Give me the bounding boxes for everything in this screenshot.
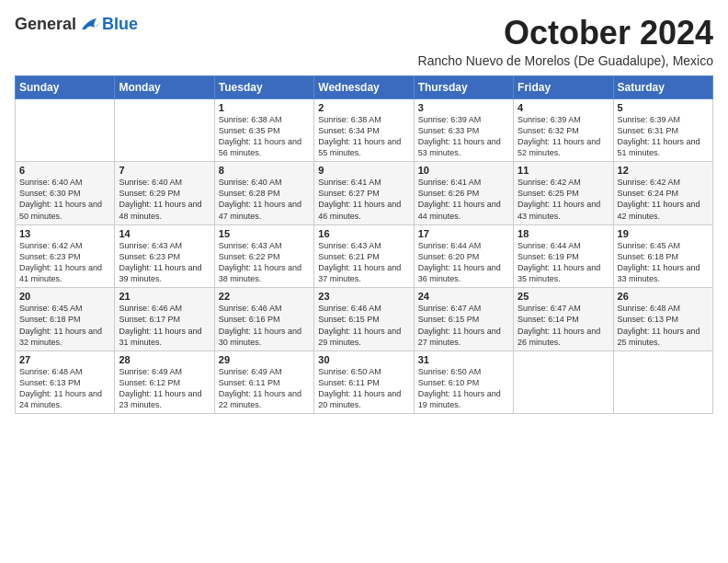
calendar-table: SundayMondayTuesdayWednesdayThursdayFrid… [15,75,713,415]
day-info: Sunrise: 6:40 AM Sunset: 6:28 PM Dayligh… [219,177,310,222]
calendar-cell: 21Sunrise: 6:46 AM Sunset: 6:17 PM Dayli… [115,288,214,351]
calendar-header-row: SundayMondayTuesdayWednesdayThursdayFrid… [16,75,713,98]
logo-bird-icon [80,17,100,33]
day-info: Sunrise: 6:40 AM Sunset: 6:29 PM Dayligh… [119,177,210,222]
week-row-5: 27Sunrise: 6:48 AM Sunset: 6:13 PM Dayli… [16,350,713,414]
calendar-cell [115,98,214,162]
day-number: 16 [318,228,409,239]
day-number: 31 [418,354,509,365]
calendar-cell: 25Sunrise: 6:47 AM Sunset: 6:14 PM Dayli… [514,288,613,351]
day-header-wednesday: Wednesday [314,75,414,98]
calendar-cell: 13Sunrise: 6:42 AM Sunset: 6:23 PM Dayli… [16,224,115,288]
week-row-1: 1Sunrise: 6:38 AM Sunset: 6:35 PM Daylig… [16,98,713,162]
day-info: Sunrise: 6:49 AM Sunset: 6:12 PM Dayligh… [119,366,210,411]
month-title: October 2024 [418,15,713,52]
calendar-cell: 1Sunrise: 6:38 AM Sunset: 6:35 PM Daylig… [214,98,313,162]
calendar-cell: 24Sunrise: 6:47 AM Sunset: 6:15 PM Dayli… [414,288,513,351]
calendar-cell: 18Sunrise: 6:44 AM Sunset: 6:19 PM Dayli… [514,224,613,288]
day-info: Sunrise: 6:47 AM Sunset: 6:14 PM Dayligh… [518,303,609,348]
day-info: Sunrise: 6:38 AM Sunset: 6:34 PM Dayligh… [318,114,409,159]
day-info: Sunrise: 6:38 AM Sunset: 6:35 PM Dayligh… [219,114,310,159]
day-info: Sunrise: 6:40 AM Sunset: 6:30 PM Dayligh… [19,177,110,222]
day-info: Sunrise: 6:48 AM Sunset: 6:13 PM Dayligh… [19,366,110,411]
day-number: 21 [119,291,210,302]
calendar-subtitle: Rancho Nuevo de Morelos (De Guadalupe), … [418,53,713,68]
day-info: Sunrise: 6:44 AM Sunset: 6:19 PM Dayligh… [518,240,609,285]
day-number: 10 [418,165,509,176]
day-info: Sunrise: 6:47 AM Sunset: 6:15 PM Dayligh… [418,303,509,348]
day-header-sunday: Sunday [16,75,115,98]
calendar-cell [16,98,115,162]
day-number: 9 [318,165,409,176]
calendar-cell: 14Sunrise: 6:43 AM Sunset: 6:23 PM Dayli… [115,224,214,288]
day-info: Sunrise: 6:43 AM Sunset: 6:22 PM Dayligh… [219,240,310,285]
logo: General Blue [15,15,138,34]
day-info: Sunrise: 6:39 AM Sunset: 6:32 PM Dayligh… [518,114,609,159]
day-info: Sunrise: 6:45 AM Sunset: 6:18 PM Dayligh… [19,303,110,348]
day-info: Sunrise: 6:42 AM Sunset: 6:24 PM Dayligh… [618,177,709,222]
calendar-cell [613,350,712,414]
day-number: 11 [518,165,609,176]
calendar-cell: 10Sunrise: 6:41 AM Sunset: 6:26 PM Dayli… [414,162,513,225]
day-number: 4 [518,102,609,113]
day-info: Sunrise: 6:46 AM Sunset: 6:17 PM Dayligh… [119,303,210,348]
logo-blue-text: Blue [102,15,138,34]
day-info: Sunrise: 6:48 AM Sunset: 6:13 PM Dayligh… [618,303,709,348]
day-number: 2 [318,102,409,113]
day-number: 22 [219,291,310,302]
day-number: 5 [618,102,709,113]
calendar-cell: 20Sunrise: 6:45 AM Sunset: 6:18 PM Dayli… [16,288,115,351]
week-row-3: 13Sunrise: 6:42 AM Sunset: 6:23 PM Dayli… [16,224,713,288]
calendar-cell: 19Sunrise: 6:45 AM Sunset: 6:18 PM Dayli… [613,224,712,288]
calendar-cell: 22Sunrise: 6:46 AM Sunset: 6:16 PM Dayli… [214,288,313,351]
day-number: 3 [418,102,509,113]
day-info: Sunrise: 6:42 AM Sunset: 6:25 PM Dayligh… [518,177,609,222]
day-header-friday: Friday [514,75,613,98]
day-number: 6 [19,165,110,176]
calendar-cell: 4Sunrise: 6:39 AM Sunset: 6:32 PM Daylig… [514,98,613,162]
day-number: 12 [618,165,709,176]
day-number: 30 [318,354,409,365]
day-number: 28 [119,354,210,365]
day-info: Sunrise: 6:41 AM Sunset: 6:27 PM Dayligh… [318,177,409,222]
day-info: Sunrise: 6:49 AM Sunset: 6:11 PM Dayligh… [219,366,310,411]
day-info: Sunrise: 6:43 AM Sunset: 6:23 PM Dayligh… [119,240,210,285]
logo-general-text: General [15,15,76,34]
day-number: 7 [119,165,210,176]
calendar-cell: 15Sunrise: 6:43 AM Sunset: 6:22 PM Dayli… [214,224,313,288]
day-number: 19 [618,228,709,239]
day-number: 20 [19,291,110,302]
calendar-cell: 3Sunrise: 6:39 AM Sunset: 6:33 PM Daylig… [414,98,513,162]
day-info: Sunrise: 6:44 AM Sunset: 6:20 PM Dayligh… [418,240,509,285]
calendar-cell: 5Sunrise: 6:39 AM Sunset: 6:31 PM Daylig… [613,98,712,162]
day-info: Sunrise: 6:39 AM Sunset: 6:31 PM Dayligh… [618,114,709,159]
day-info: Sunrise: 6:41 AM Sunset: 6:26 PM Dayligh… [418,177,509,222]
calendar-cell: 2Sunrise: 6:38 AM Sunset: 6:34 PM Daylig… [314,98,414,162]
day-header-saturday: Saturday [613,75,712,98]
calendar-cell: 17Sunrise: 6:44 AM Sunset: 6:20 PM Dayli… [414,224,513,288]
day-info: Sunrise: 6:43 AM Sunset: 6:21 PM Dayligh… [318,240,409,285]
day-number: 1 [219,102,310,113]
day-info: Sunrise: 6:46 AM Sunset: 6:15 PM Dayligh… [318,303,409,348]
day-number: 25 [518,291,609,302]
calendar-cell: 8Sunrise: 6:40 AM Sunset: 6:28 PM Daylig… [214,162,313,225]
calendar-cell: 9Sunrise: 6:41 AM Sunset: 6:27 PM Daylig… [314,162,414,225]
page-header: General Blue October 2024 Rancho Nuevo d… [15,15,713,68]
day-number: 18 [518,228,609,239]
title-section: October 2024 Rancho Nuevo de Morelos (De… [418,15,713,68]
day-number: 15 [219,228,310,239]
calendar-cell: 28Sunrise: 6:49 AM Sunset: 6:12 PM Dayli… [115,350,214,414]
calendar-cell: 27Sunrise: 6:48 AM Sunset: 6:13 PM Dayli… [16,350,115,414]
day-number: 24 [418,291,509,302]
day-info: Sunrise: 6:45 AM Sunset: 6:18 PM Dayligh… [618,240,709,285]
day-number: 8 [219,165,310,176]
day-header-thursday: Thursday [414,75,513,98]
day-header-monday: Monday [115,75,214,98]
day-info: Sunrise: 6:50 AM Sunset: 6:11 PM Dayligh… [318,366,409,411]
day-header-tuesday: Tuesday [214,75,313,98]
calendar-cell: 31Sunrise: 6:50 AM Sunset: 6:10 PM Dayli… [414,350,513,414]
day-info: Sunrise: 6:50 AM Sunset: 6:10 PM Dayligh… [418,366,509,411]
calendar-cell [514,350,613,414]
calendar-cell: 12Sunrise: 6:42 AM Sunset: 6:24 PM Dayli… [613,162,712,225]
day-info: Sunrise: 6:39 AM Sunset: 6:33 PM Dayligh… [418,114,509,159]
